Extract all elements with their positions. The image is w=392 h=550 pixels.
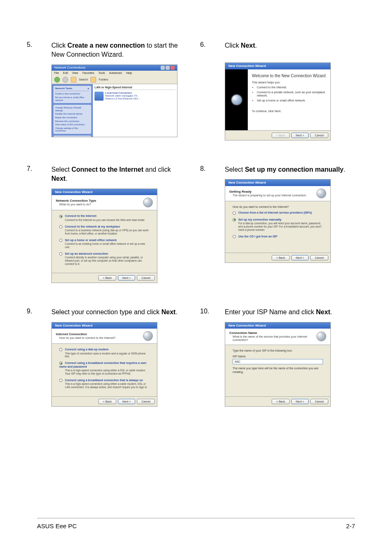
back-button: < Back <box>272 133 290 138</box>
toolbar-search[interactable]: Search <box>79 78 88 81</box>
connection-status: Network cable unplugged, Fir... <box>105 94 140 97</box>
menu-item[interactable]: Edit <box>63 71 68 75</box>
radio-icon <box>59 348 62 351</box>
screenshot-wizard-internet-connection: New Connection Wizard Internet Connectio… <box>51 322 157 407</box>
screenshot-wizard-connection-name: New Connection Wizard Connection Name Wh… <box>225 322 331 407</box>
menu-item[interactable]: Help <box>126 71 132 75</box>
wizard-header-sub: How do you want to connect to the Intern… <box>59 336 115 340</box>
radio-option[interactable]: Connect to the Internet Connect to the I… <box>59 214 150 221</box>
forward-icon[interactable] <box>62 77 68 83</box>
folders-icon[interactable] <box>90 77 96 83</box>
connection-adapter: Atheros L2 Fast Ethernet 10/1... <box>105 97 140 100</box>
back-button[interactable]: < Back <box>98 275 116 281</box>
wizard-title: New Connection Wizard <box>225 322 330 329</box>
radio-option[interactable]: Set up a home or small office network Co… <box>59 239 150 249</box>
cancel-button[interactable]: Cancel <box>137 275 155 281</box>
sidebar-panel-tasks: Network Tasks▲ Create a new connection S… <box>53 86 91 103</box>
footer-left: ASUS Eee PC <box>37 522 77 529</box>
cancel-button[interactable]: Cancel <box>310 133 328 138</box>
step-number: 6. <box>200 41 212 48</box>
step-number: 8. <box>200 165 212 173</box>
network-icon <box>95 92 104 101</box>
sidebar-item[interactable]: View status of this connection <box>55 123 90 127</box>
isp-name-label: ISP Name <box>233 355 323 358</box>
toolbar-folders[interactable]: Folders <box>99 78 108 81</box>
wizard-intro: This wizard helps you: <box>252 81 326 84</box>
wizard-lead: Type the name of your ISP in the followi… <box>233 349 323 352</box>
sidebar-item[interactable]: Disable this network device <box>55 112 90 116</box>
wizard-continue: To continue, click Next. <box>252 110 326 113</box>
step-number: 5. <box>27 41 39 48</box>
up-icon[interactable] <box>71 77 76 83</box>
radio-icon <box>59 361 62 365</box>
sidebar-item[interactable]: Change Windows Firewall settings <box>55 106 90 112</box>
radio-option[interactable]: Connect using a dial-up modem This type … <box>59 348 150 358</box>
cancel-button[interactable]: Cancel <box>137 399 155 404</box>
radio-option[interactable]: Set up my connection manually For a dial… <box>233 218 323 232</box>
wizard-sidebar-image <box>225 69 248 130</box>
step-text: Click Next. <box>225 41 361 50</box>
next-button[interactable]: Next > <box>118 399 135 404</box>
back-button[interactable]: < Back <box>98 399 116 404</box>
menubar: File Edit View Favorites Tools Advanced … <box>52 71 177 76</box>
step-number: 7. <box>27 165 39 173</box>
back-button[interactable]: < Back <box>272 255 290 260</box>
next-button[interactable]: Next > <box>291 399 309 404</box>
step-text: Select Connect to the Internet and click… <box>51 165 188 184</box>
radio-option[interactable]: Use the CD I got from an ISP <box>233 235 323 238</box>
radio-option[interactable]: Choose from a list of Internet service p… <box>233 211 323 214</box>
next-button[interactable]: Next > <box>118 275 135 281</box>
radio-icon <box>59 215 62 218</box>
wizard-header-title: Internet Connection <box>56 332 115 336</box>
sidebar-item[interactable]: Set up a home or small office network <box>55 96 90 102</box>
wizard-lead: How do you want to connect to the Intern… <box>233 205 323 209</box>
menu-item[interactable]: Favorites <box>82 71 94 75</box>
sidebar-item[interactable]: Change settings of this connection <box>55 127 90 133</box>
cancel-button[interactable]: Cancel <box>310 255 328 260</box>
isp-name-input[interactable] <box>233 359 323 364</box>
radio-icon <box>233 212 236 215</box>
sidebar-panel-seealso: Change Windows Firewall settings Disable… <box>53 105 91 134</box>
sidebar-item[interactable]: Repair this connection <box>55 116 90 120</box>
wizard-header-sub: What do you want to do? <box>59 203 96 206</box>
radio-option[interactable]: Set up an advanced connection Connect di… <box>59 252 150 266</box>
page-footer: ASUS Eee PC 2-7 <box>37 518 355 529</box>
menu-item[interactable]: File <box>54 71 59 75</box>
menu-item[interactable]: Advanced <box>109 71 122 75</box>
window-title: Network Connections <box>54 66 85 70</box>
back-button[interactable]: < Back <box>272 399 290 404</box>
wizard-bullet: Set up a home or small office network. <box>257 99 326 102</box>
globe-icon <box>231 94 242 106</box>
radio-option[interactable]: Connect using a broadband connection tha… <box>59 361 150 375</box>
step-number: 9. <box>27 308 39 315</box>
wizard-bullet: Connect to a private network, such as yo… <box>257 91 326 98</box>
toolbar: Search Folders <box>52 76 177 84</box>
screenshot-wizard-welcome: New Connection Wizard Welcome to the New… <box>225 62 331 140</box>
cancel-button[interactable]: Cancel <box>310 399 328 404</box>
back-icon[interactable] <box>54 77 60 83</box>
wizard-header-title: Network Connection Type <box>56 199 96 203</box>
sidebar-item[interactable]: Create a new connection <box>55 92 90 96</box>
wizard-body: Type the name of your ISP in the followi… <box>225 345 330 396</box>
radio-option[interactable]: Connect using a broadband connection tha… <box>59 379 150 389</box>
connection-name: Local Area Connection <box>105 92 140 94</box>
globe-icon <box>143 331 153 341</box>
connection-item[interactable]: Local Area Connection Network cable unpl… <box>95 92 175 101</box>
screenshot-wizard-connection-type: New Connection Wizard Network Connection… <box>51 189 157 283</box>
radio-icon <box>59 225 62 228</box>
wizard-body: Connect to the Internet Connect to the I… <box>52 210 157 273</box>
radio-icon <box>233 218 236 221</box>
next-button[interactable]: Next > <box>291 133 309 138</box>
wizard-title: New Connection Wizard <box>52 189 157 196</box>
menu-item[interactable]: View <box>72 71 78 75</box>
screenshot-wizard-getting-ready: New Connection Wizard Getting Ready The … <box>225 179 331 263</box>
wizard-header-sub: What is the name of the service that pro… <box>233 335 316 342</box>
next-button[interactable]: Next > <box>291 255 309 260</box>
menu-item[interactable]: Tools <box>98 71 105 75</box>
sidebar-item[interactable]: Rename this connection <box>55 120 90 123</box>
step-text: Select your connection type and click Ne… <box>51 308 188 317</box>
radio-option[interactable]: Connect to the network at my workplace C… <box>59 225 150 235</box>
wizard-bullet: Connect to the Internet. <box>257 86 326 89</box>
wizard-header-title: Connection Name <box>229 331 316 335</box>
radio-icon <box>233 235 236 238</box>
